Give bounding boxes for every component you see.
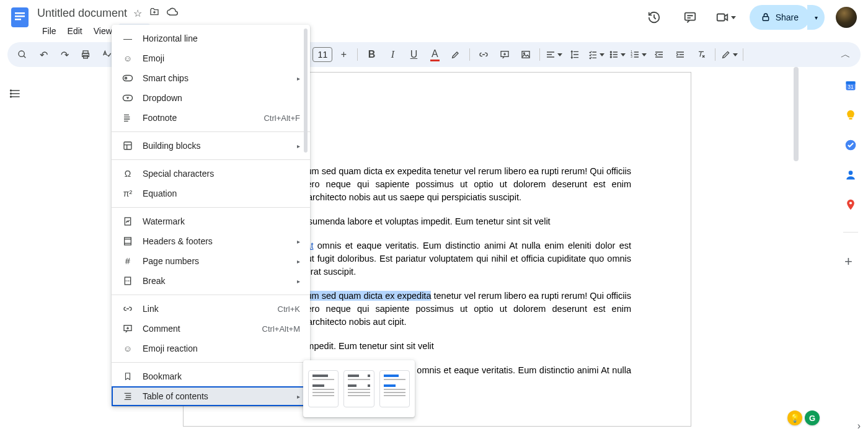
undo-icon[interactable]: ↶ (33, 45, 53, 64)
toc-option-dotted[interactable] (343, 370, 374, 407)
scrollbar[interactable] (794, 67, 799, 161)
maps-icon[interactable] (844, 198, 857, 211)
insert-link[interactable]: LinkCtrl+K (112, 299, 310, 319)
star-icon[interactable]: ☆ (133, 7, 142, 19)
insert-horizontal-line[interactable]: —Horizontal line (112, 29, 310, 48)
editing-mode-button[interactable] (719, 45, 739, 64)
add-addon-icon[interactable]: + (844, 254, 857, 266)
watermark-icon (122, 215, 134, 228)
history-icon[interactable] (642, 5, 666, 30)
insert-smart-chips[interactable]: Smart chips▸ (112, 68, 310, 88)
line-spacing-button[interactable] (565, 45, 585, 64)
headers-icon (122, 235, 134, 247)
align-button[interactable] (544, 45, 564, 64)
insert-equation[interactable]: π²Equation (112, 184, 310, 203)
svg-rect-5 (717, 14, 725, 21)
insert-special-characters[interactable]: ΩSpecial characters (112, 164, 310, 184)
svg-point-15 (610, 54, 611, 55)
svg-text:31: 31 (848, 84, 854, 90)
toc-icon (122, 390, 134, 402)
move-icon[interactable] (149, 7, 159, 19)
italic-button[interactable]: I (383, 45, 402, 64)
insert-footnote[interactable]: FootnoteCtrl+Alt+F (112, 108, 310, 128)
insert-link-icon[interactable] (474, 45, 494, 64)
insert-building-blocks[interactable]: Building blocks▸ (112, 136, 310, 156)
decrease-indent-button[interactable] (649, 45, 669, 64)
svg-rect-3 (15, 19, 21, 20)
svg-rect-2 (15, 16, 25, 17)
add-comment-icon[interactable] (495, 45, 515, 64)
document-title[interactable]: Untitled document (37, 7, 127, 20)
print-icon[interactable] (76, 45, 95, 64)
svg-point-20 (11, 90, 12, 91)
equation-icon: π² (122, 187, 134, 200)
clear-formatting-button[interactable] (691, 45, 711, 64)
insert-headers-footers[interactable]: Headers & footers▸ (112, 231, 310, 251)
contacts-icon[interactable] (844, 169, 857, 181)
insert-dropdown[interactable]: Dropdown (112, 88, 310, 108)
bulleted-list-button[interactable] (607, 45, 627, 64)
text-color-button[interactable]: A (425, 45, 445, 64)
svg-text:3: 3 (631, 55, 632, 58)
badge-grammarly-icon[interactable]: G (805, 410, 820, 425)
chevron-right-icon: ▸ (297, 393, 300, 400)
insert-watermark[interactable]: Watermark (112, 211, 310, 231)
numbered-list-button[interactable]: 123 (628, 45, 648, 64)
tasks-icon[interactable] (844, 139, 857, 151)
insert-image-icon[interactable] (516, 45, 536, 64)
increase-indent-button[interactable] (670, 45, 690, 64)
svg-rect-0 (11, 7, 29, 27)
checklist-button[interactable] (586, 45, 606, 64)
hr-icon: — (122, 32, 134, 45)
insert-bookmark[interactable]: Bookmark (112, 366, 310, 386)
pagenum-icon: # (122, 255, 134, 267)
svg-point-16 (610, 56, 611, 58)
svg-point-28 (849, 171, 853, 175)
toc-option-plain[interactable] (308, 370, 339, 407)
svg-point-14 (610, 51, 611, 53)
comments-icon[interactable] (678, 5, 702, 30)
break-icon (122, 275, 134, 287)
comment-icon (122, 322, 134, 335)
docs-app-icon[interactable] (7, 5, 32, 30)
menu-edit[interactable]: Edit (63, 24, 87, 38)
divider (112, 295, 310, 295)
link-icon (122, 303, 134, 315)
svg-rect-12 (522, 51, 529, 58)
search-icon[interactable] (12, 45, 32, 64)
bold-button[interactable]: B (361, 45, 381, 64)
svg-point-7 (19, 51, 24, 56)
insert-break[interactable]: Break▸ (112, 271, 310, 291)
divider (112, 362, 310, 363)
insert-page-numbers[interactable]: #Page numbers▸ (112, 251, 310, 271)
insert-comment[interactable]: CommentCtrl+Alt+M (112, 319, 310, 339)
divider (112, 131, 310, 132)
outline-toggle-icon[interactable] (6, 84, 25, 103)
meet-icon[interactable] (714, 5, 738, 30)
insert-emoji-reaction[interactable]: ☺Emoji reaction (112, 339, 310, 358)
highlight-button[interactable] (446, 45, 466, 64)
divider (112, 207, 310, 208)
share-dropdown[interactable]: ▾ (807, 5, 825, 30)
calendar-icon[interactable]: 31 (844, 79, 857, 92)
insert-emoji[interactable]: ☺Emoji (112, 48, 310, 68)
collapse-toolbar-button[interactable]: ︿ (836, 45, 856, 64)
font-size-increase[interactable]: + (334, 45, 353, 64)
side-panel-expand-icon[interactable]: › (857, 420, 861, 432)
dropdown-chip-icon (122, 92, 134, 104)
keep-icon[interactable] (844, 109, 857, 122)
menu-file[interactable]: File (37, 24, 61, 38)
svg-rect-1 (15, 12, 25, 14)
divider (843, 232, 858, 233)
share-button[interactable]: Share (750, 5, 810, 30)
chips-icon (122, 72, 134, 84)
redo-icon[interactable]: ↷ (55, 45, 74, 64)
badge-suggestion-icon[interactable]: 💡 (787, 410, 802, 425)
font-size-input[interactable]: 11 (312, 47, 332, 62)
toc-option-links[interactable] (379, 370, 410, 407)
cloud-status-icon[interactable] (167, 7, 178, 19)
underline-button[interactable]: U (404, 45, 423, 64)
user-avatar[interactable] (836, 7, 857, 28)
insert-dropdown-menu: —Horizontal line ☺Emoji Smart chips▸ Dro… (112, 25, 310, 406)
insert-table-of-contents[interactable]: Table of contents▸ (112, 386, 310, 406)
